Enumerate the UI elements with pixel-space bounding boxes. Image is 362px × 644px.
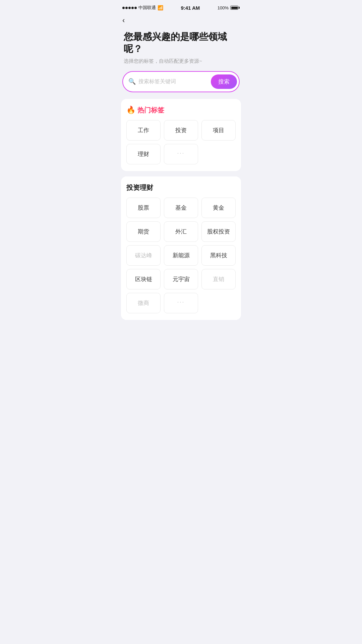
tag-item[interactable]: 投资 <box>164 120 198 141</box>
hot-tags-card: 🔥 热门标签 工作 投资 项目 理财 ··· <box>121 99 241 171</box>
back-button[interactable]: ‹ <box>122 16 125 24</box>
battery-fill <box>231 7 238 9</box>
tag-item[interactable]: 工作 <box>126 120 161 141</box>
invest-tags-more[interactable]: ··· <box>164 293 198 313</box>
hot-icon: 🔥 <box>126 106 135 114</box>
page-subtitle: 选择您的标签，自动匹配更多资源~ <box>124 58 238 64</box>
search-input[interactable] <box>138 78 208 85</box>
hot-label: 热门标签 <box>137 106 164 115</box>
tag-item[interactable]: 基金 <box>164 198 198 218</box>
tag-item[interactable]: 区块链 <box>126 269 161 289</box>
hot-tags-more[interactable]: ··· <box>164 144 198 164</box>
hot-tags-title: 🔥 热门标签 <box>126 106 236 115</box>
invest-tags-title: 投资理财 <box>126 183 236 192</box>
tag-item[interactable]: 黑科技 <box>201 245 236 266</box>
tag-item[interactable]: 项目 <box>201 120 236 141</box>
signal-dot-5 <box>134 7 137 9</box>
tag-item[interactable]: 新能源 <box>164 245 198 266</box>
tag-item[interactable]: 股票 <box>126 198 161 218</box>
invest-tags-card: 投资理财 股票 基金 黄金 期货 外汇 股权投资 碳达峰 新能源 黑科技 区块链… <box>121 176 241 320</box>
carrier-name: 中国联通 <box>138 5 156 11</box>
status-time: 9:41 AM <box>181 5 200 11</box>
back-button-area: ‹ <box>116 13 246 28</box>
hot-tags-grid: 工作 投资 项目 理财 ··· <box>126 120 236 164</box>
battery-tip <box>239 7 240 9</box>
page-title: 您最感兴趣的是哪些领域呢？ <box>124 31 238 55</box>
search-bar: 🔍 搜索 <box>122 71 240 92</box>
status-left: 中国联通 📶 <box>122 5 163 11</box>
tag-item[interactable]: 元宇宙 <box>164 269 198 289</box>
search-section: 🔍 搜索 <box>116 71 246 99</box>
signal-dots <box>122 7 137 9</box>
search-icon: 🔍 <box>128 78 136 85</box>
tag-item[interactable]: 碳达峰 <box>126 245 161 266</box>
tag-item[interactable]: 理财 <box>126 144 161 164</box>
battery-body <box>230 6 238 10</box>
battery-icon <box>230 6 240 10</box>
tag-item[interactable]: 股权投资 <box>201 221 236 242</box>
search-button[interactable]: 搜索 <box>211 74 237 89</box>
signal-dot-3 <box>128 7 131 9</box>
signal-dot-2 <box>125 7 128 9</box>
page-header: 您最感兴趣的是哪些领域呢？ 选择您的标签，自动匹配更多资源~ <box>116 28 246 71</box>
tag-item[interactable]: 黄金 <box>201 198 236 218</box>
invest-tags-grid: 股票 基金 黄金 期货 外汇 股权投资 碳达峰 新能源 黑科技 区块链 元宇宙 … <box>126 198 236 313</box>
tag-item[interactable]: 期货 <box>126 221 161 242</box>
status-right: 100% <box>218 5 240 10</box>
content-section: 🔥 热门标签 工作 投资 项目 理财 ··· 投资理财 股票 基金 黄金 期货 … <box>116 99 246 320</box>
battery-percentage: 100% <box>218 5 229 10</box>
tag-item[interactable]: 微商 <box>126 293 161 313</box>
tag-item[interactable]: 直销 <box>201 269 236 289</box>
signal-dot-4 <box>131 7 134 9</box>
tag-item[interactable]: 外汇 <box>164 221 198 242</box>
signal-dot-1 <box>122 7 125 9</box>
status-bar: 中国联通 📶 9:41 AM 100% <box>116 0 246 13</box>
wifi-icon: 📶 <box>158 5 163 10</box>
